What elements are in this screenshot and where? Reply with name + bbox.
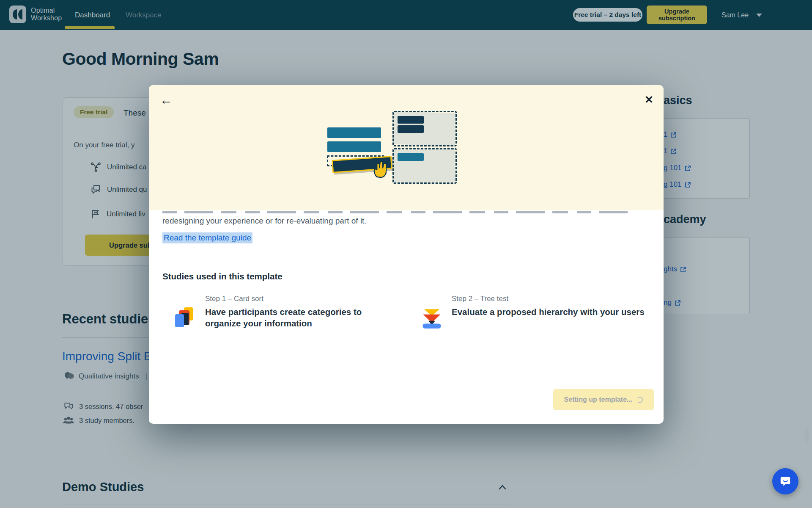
divider <box>162 368 650 368</box>
divider <box>162 258 650 258</box>
chat-bubble-icon <box>779 475 792 488</box>
template-illustration <box>327 111 459 185</box>
card-sort-study-icon <box>175 307 194 331</box>
loading-spinner-icon <box>636 397 643 403</box>
studies-used-heading: Studies used in this template <box>162 271 283 282</box>
page-root: Optimal Workshop Dashboard Workspace Fre… <box>0 0 812 508</box>
setting-up-template-button[interactable]: Setting up template... <box>553 389 654 410</box>
clipped-text-line <box>162 211 630 213</box>
submit-button-label: Setting up template... <box>564 396 633 403</box>
read-template-guide-link[interactable]: Read the template guide <box>162 232 252 243</box>
back-arrow-icon[interactable]: ← <box>160 94 173 106</box>
close-icon[interactable]: ✕ <box>645 94 653 105</box>
chat-launcher-button[interactable] <box>772 468 798 494</box>
tree-test-study-icon <box>422 308 442 329</box>
step1-description: Have participants create categories to o… <box>205 306 398 329</box>
step2-description: Evaluate a proposed hierarchy with your … <box>452 306 646 318</box>
template-description-line: redesigning your experience or for re-ev… <box>162 216 367 226</box>
modal-header: ← ✕ <box>149 85 664 210</box>
drag-hand-icon <box>370 158 391 179</box>
step1-label: Step 1 – Card sort <box>205 295 263 303</box>
template-modal: ← ✕ <box>149 85 664 424</box>
step2-label: Step 2 – Tree test <box>452 295 508 303</box>
